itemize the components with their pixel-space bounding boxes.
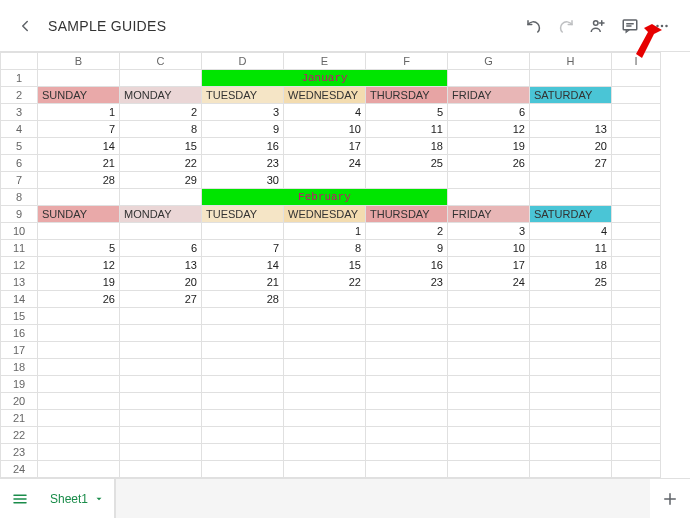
cell[interactable]: 8 <box>120 121 202 138</box>
row-header[interactable]: 18 <box>1 359 38 376</box>
cell[interactable] <box>202 325 284 342</box>
cell-day[interactable]: SUNDAY <box>38 87 120 104</box>
cell[interactable]: 9 <box>366 240 448 257</box>
cell[interactable] <box>530 104 612 121</box>
col-header[interactable]: E <box>284 53 366 70</box>
cell[interactable] <box>612 427 661 444</box>
cell[interactable] <box>202 359 284 376</box>
row-header[interactable]: 2 <box>1 87 38 104</box>
add-sheet-button[interactable] <box>650 479 690 519</box>
cell[interactable]: 3 <box>448 223 530 240</box>
cell[interactable] <box>612 342 661 359</box>
cell[interactable] <box>284 461 366 478</box>
cell-day[interactable]: MONDAY <box>120 87 202 104</box>
col-header[interactable]: H <box>530 53 612 70</box>
cell[interactable]: 2 <box>366 223 448 240</box>
cell[interactable] <box>38 444 120 461</box>
cell[interactable]: 15 <box>120 138 202 155</box>
cell[interactable] <box>120 376 202 393</box>
cell[interactable] <box>612 70 661 87</box>
cell[interactable] <box>612 410 661 427</box>
cell[interactable] <box>284 291 366 308</box>
cell[interactable] <box>366 444 448 461</box>
cell[interactable] <box>120 444 202 461</box>
sheet-tab[interactable]: Sheet1 <box>40 479 115 519</box>
cell[interactable] <box>284 325 366 342</box>
cell[interactable] <box>284 376 366 393</box>
cell[interactable] <box>38 427 120 444</box>
cell[interactable]: 7 <box>202 240 284 257</box>
cell[interactable] <box>530 70 612 87</box>
cell-month[interactable]: February <box>202 189 448 206</box>
cell[interactable] <box>530 308 612 325</box>
cell[interactable] <box>120 70 202 87</box>
cell[interactable]: 11 <box>366 121 448 138</box>
row-header[interactable]: 20 <box>1 393 38 410</box>
col-header[interactable]: D <box>202 53 284 70</box>
undo-button[interactable] <box>518 10 550 42</box>
cell[interactable]: 16 <box>202 138 284 155</box>
cell[interactable] <box>612 172 661 189</box>
cell[interactable] <box>530 325 612 342</box>
cell[interactable] <box>38 410 120 427</box>
row-header[interactable]: 10 <box>1 223 38 240</box>
cell[interactable] <box>120 461 202 478</box>
redo-button[interactable] <box>550 10 582 42</box>
cell[interactable] <box>202 461 284 478</box>
cell[interactable] <box>448 410 530 427</box>
cell[interactable] <box>284 172 366 189</box>
cell-day[interactable]: FRIDAY <box>448 206 530 223</box>
cell[interactable] <box>366 376 448 393</box>
all-sheets-button[interactable] <box>0 479 40 519</box>
cell[interactable] <box>38 70 120 87</box>
row-header[interactable]: 1 <box>1 70 38 87</box>
row-header[interactable]: 24 <box>1 461 38 478</box>
cell[interactable] <box>366 325 448 342</box>
cell[interactable] <box>202 223 284 240</box>
cell[interactable] <box>202 308 284 325</box>
cell[interactable]: 21 <box>202 274 284 291</box>
cell-day[interactable]: THURSDAY <box>366 206 448 223</box>
cell[interactable] <box>612 206 661 223</box>
cell[interactable] <box>612 393 661 410</box>
cell[interactable] <box>38 393 120 410</box>
cell[interactable]: 11 <box>530 240 612 257</box>
cell[interactable] <box>448 393 530 410</box>
cell-day[interactable]: WEDNESDAY <box>284 87 366 104</box>
cell[interactable]: 6 <box>120 240 202 257</box>
cell[interactable] <box>202 427 284 444</box>
cell[interactable] <box>284 359 366 376</box>
more-button[interactable] <box>646 10 678 42</box>
cell[interactable] <box>448 427 530 444</box>
cell[interactable] <box>612 308 661 325</box>
cell-day[interactable]: SATURDAY <box>530 206 612 223</box>
cell[interactable]: 4 <box>530 223 612 240</box>
cell[interactable] <box>612 376 661 393</box>
cell-day[interactable]: TUESDAY <box>202 206 284 223</box>
cell[interactable] <box>366 308 448 325</box>
cell[interactable]: 15 <box>284 257 366 274</box>
cell[interactable]: 10 <box>448 240 530 257</box>
cell[interactable]: 12 <box>38 257 120 274</box>
cell[interactable]: 2 <box>120 104 202 121</box>
row-header[interactable]: 7 <box>1 172 38 189</box>
cell[interactable]: 8 <box>284 240 366 257</box>
col-header[interactable]: C <box>120 53 202 70</box>
cell[interactable]: 9 <box>202 121 284 138</box>
cell[interactable] <box>530 291 612 308</box>
row-header[interactable]: 14 <box>1 291 38 308</box>
cell[interactable] <box>530 189 612 206</box>
cell[interactable]: 19 <box>38 274 120 291</box>
cell[interactable] <box>38 223 120 240</box>
cell[interactable] <box>366 342 448 359</box>
cell[interactable] <box>448 291 530 308</box>
cell[interactable]: 6 <box>448 104 530 121</box>
cell[interactable]: 7 <box>38 121 120 138</box>
cell[interactable]: 28 <box>202 291 284 308</box>
cell[interactable] <box>38 461 120 478</box>
cell[interactable]: 1 <box>284 223 366 240</box>
cell[interactable] <box>612 104 661 121</box>
cell[interactable] <box>120 393 202 410</box>
cell[interactable] <box>202 376 284 393</box>
cell[interactable] <box>120 427 202 444</box>
